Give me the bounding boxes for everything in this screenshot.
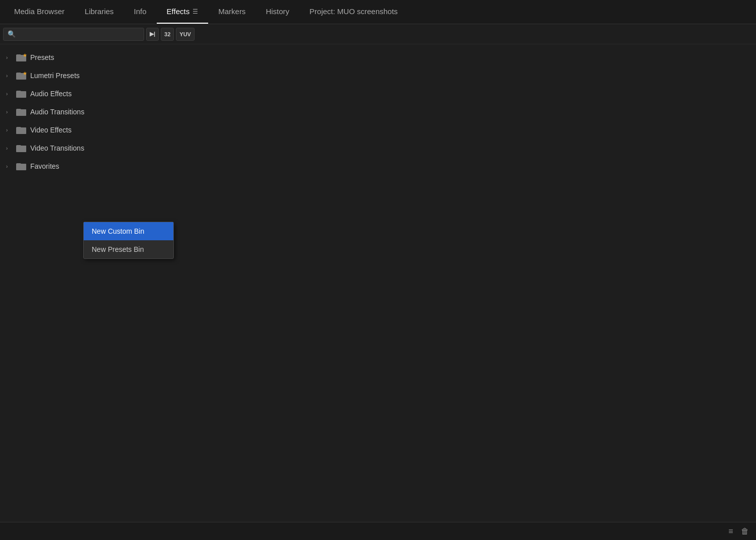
- folder-icon-lumetri: ★: [16, 72, 26, 80]
- tab-info-label: Info: [134, 7, 147, 16]
- accelerate-button[interactable]: ▶|: [146, 28, 159, 41]
- bit-depth-label: 32: [164, 31, 170, 37]
- tab-effects[interactable]: Effects ☰: [157, 0, 209, 24]
- tab-libraries-label: Libraries: [85, 7, 114, 16]
- folder-icon-video-transitions: [16, 144, 26, 152]
- yuv-button[interactable]: YUV: [176, 28, 195, 41]
- tree-item-audio-transitions[interactable]: › Audio Transitions: [0, 103, 756, 121]
- delete-icon[interactable]: 🗑: [740, 526, 750, 536]
- chevron-video-transitions: ›: [6, 146, 12, 151]
- tree-label-video-effects: Video Effects: [30, 126, 72, 134]
- effects-toolbar: 🔍 ▶| 32 YUV: [0, 24, 756, 44]
- chevron-audio-effects: ›: [6, 91, 12, 97]
- context-menu-item-new-presets-bin[interactable]: New Presets Bin: [84, 240, 173, 258]
- folder-icon-audio-effects: [16, 90, 26, 98]
- new-presets-bin-label: New Presets Bin: [92, 245, 144, 253]
- chevron-lumetri: ›: [6, 73, 12, 79]
- tree-label-lumetri: Lumetri Presets: [30, 72, 80, 80]
- tab-libraries[interactable]: Libraries: [75, 0, 124, 24]
- effects-menu-icon[interactable]: ☰: [193, 8, 198, 15]
- folder-icon-favorites: [16, 162, 26, 170]
- search-box[interactable]: 🔍: [3, 28, 144, 41]
- chevron-video-effects: ›: [6, 127, 12, 133]
- folder-icon-audio-transitions: [16, 108, 26, 116]
- context-menu-item-new-custom-bin[interactable]: New Custom Bin: [84, 222, 173, 240]
- search-icon: 🔍: [8, 30, 16, 38]
- tab-info[interactable]: Info: [124, 0, 157, 24]
- chevron-favorites: ›: [6, 164, 12, 169]
- tree-label-favorites: Favorites: [30, 162, 59, 170]
- tab-bar: Media Browser Libraries Info Effects ☰ M…: [0, 0, 756, 24]
- tree-item-lumetri-presets[interactable]: › ★ Lumetri Presets: [0, 66, 756, 85]
- tab-project[interactable]: Project: MUO screenshots: [299, 0, 408, 24]
- tab-effects-label: Effects: [167, 7, 190, 16]
- tab-markers[interactable]: Markers: [208, 0, 256, 24]
- tree-label-presets: Presets: [30, 53, 54, 61]
- tree-item-audio-effects[interactable]: › Audio Effects: [0, 85, 756, 103]
- tab-media-browser[interactable]: Media Browser: [4, 0, 75, 24]
- new-custom-bin-label: New Custom Bin: [92, 227, 144, 235]
- tab-history-label: History: [266, 7, 289, 16]
- effects-tree: › ★ Presets › ★ Lumetri Presets › Audio …: [0, 44, 756, 179]
- context-menu: New Custom Bin New Presets Bin: [83, 222, 174, 259]
- search-input[interactable]: [19, 30, 140, 38]
- folder-icon-video-effects: [16, 126, 26, 134]
- tree-label-audio-effects: Audio Effects: [30, 90, 72, 98]
- tab-project-label: Project: MUO screenshots: [309, 7, 398, 16]
- tree-label-video-transitions: Video Transitions: [30, 144, 84, 152]
- chevron-presets: ›: [6, 55, 12, 60]
- bottom-bar: ≡ 🗑: [0, 522, 756, 540]
- list-view-icon[interactable]: ≡: [726, 526, 736, 536]
- tree-item-presets[interactable]: › ★ Presets: [0, 48, 756, 66]
- tree-item-favorites[interactable]: › Favorites: [0, 157, 756, 175]
- chevron-audio-transitions: ›: [6, 109, 12, 115]
- tree-item-video-effects[interactable]: › Video Effects: [0, 121, 756, 139]
- yuv-label: YUV: [179, 31, 191, 37]
- tab-media-browser-label: Media Browser: [14, 7, 65, 16]
- tab-history[interactable]: History: [256, 0, 299, 24]
- tree-item-video-transitions[interactable]: › Video Transitions: [0, 139, 756, 157]
- accelerate-icon: ▶|: [150, 31, 155, 37]
- tree-label-audio-transitions: Audio Transitions: [30, 108, 84, 116]
- bit-depth-button[interactable]: 32: [161, 28, 174, 41]
- tab-markers-label: Markers: [218, 7, 245, 16]
- folder-icon-presets: ★: [16, 53, 26, 61]
